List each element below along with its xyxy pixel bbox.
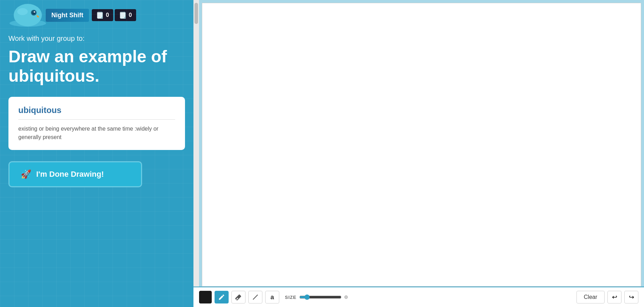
size-label: SIZE: [285, 295, 297, 300]
score-doc-icon-1: 🗒️: [96, 11, 104, 19]
score-area: 🗒️ 0 🗒️ 0: [92, 9, 136, 21]
word-title: ubiquitous: [18, 105, 175, 115]
size-indicator: [344, 295, 348, 299]
logo-area: Night Shift: [8, 3, 89, 27]
svg-point-4: [32, 11, 36, 14]
main-prompt: Draw an example of ubiquitous.: [8, 47, 185, 86]
toolbar-right: Clear ↩ ↪: [576, 291, 638, 303]
redo-icon: ↪: [629, 293, 634, 301]
done-button-label: I'm Done Drawing!: [36, 170, 104, 179]
svg-point-1: [14, 4, 42, 26]
word-divider: [18, 119, 175, 120]
svg-point-2: [17, 8, 28, 15]
pencil-icon: [218, 294, 225, 301]
line-tool-button[interactable]: [248, 291, 262, 303]
score-value-2: 0: [129, 12, 132, 18]
undo-button[interactable]: ↩: [607, 291, 621, 303]
score-box-2: 🗒️ 0: [115, 9, 136, 21]
score-doc-icon-2: 🗒️: [119, 11, 127, 19]
toolbar: a SIZE Clear ↩ ↪: [193, 287, 644, 307]
done-button-icon: 🚀: [21, 169, 31, 179]
right-panel: a SIZE Clear ↩ ↪: [193, 0, 644, 307]
instruction-text: Work with your group to:: [8, 35, 185, 43]
score-value-1: 0: [106, 12, 109, 18]
eraser-icon: [235, 294, 242, 301]
word-definition: existing or being everywhere at the same…: [18, 125, 175, 142]
size-slider[interactable]: [299, 294, 342, 300]
scroll-thumb[interactable]: [195, 3, 198, 24]
app-name: Night Shift: [46, 9, 89, 22]
score-box-1: 🗒️ 0: [92, 9, 113, 21]
line-icon: [252, 294, 259, 301]
left-panel: Night Shift 🗒️ 0 🗒️ 0 Work with your gro…: [0, 0, 193, 307]
pencil-tool-button[interactable]: [215, 291, 229, 303]
redo-button[interactable]: ↪: [624, 291, 638, 303]
scrollbar[interactable]: [193, 0, 199, 287]
done-drawing-button[interactable]: 🚀 I'm Done Drawing!: [8, 161, 142, 187]
undo-icon: ↩: [612, 293, 617, 301]
clear-button[interactable]: Clear: [576, 291, 605, 303]
text-icon: a: [270, 294, 274, 301]
drawing-canvas[interactable]: [202, 3, 641, 287]
word-card: ubiquitous existing or being everywhere …: [8, 97, 185, 150]
eraser-tool-button[interactable]: [231, 291, 246, 303]
text-tool-button[interactable]: a: [265, 291, 279, 303]
svg-line-6: [253, 295, 257, 299]
logo-hat: [8, 3, 47, 27]
size-control: SIZE: [285, 294, 348, 300]
header-bar: Night Shift 🗒️ 0 🗒️ 0: [8, 0, 185, 27]
color-black-button[interactable]: [199, 291, 212, 303]
